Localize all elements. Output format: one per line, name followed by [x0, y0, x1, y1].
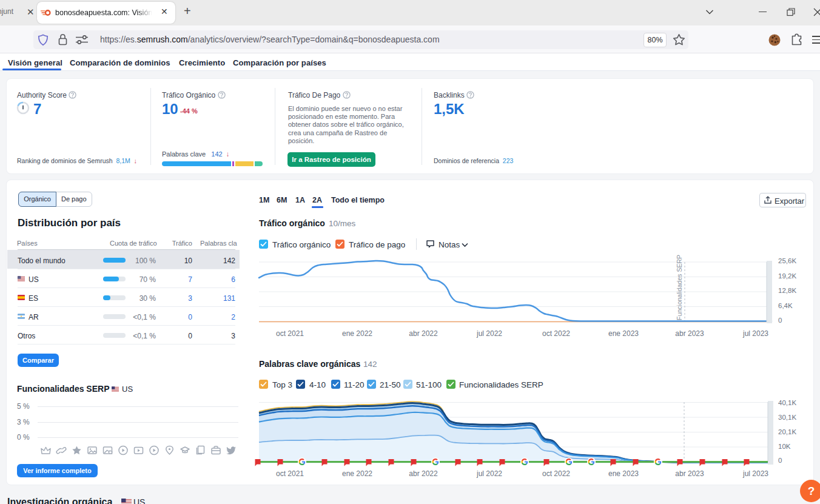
svg-text:jul 2023: jul 2023 — [742, 329, 768, 338]
svg-text:jul 2022: jul 2022 — [476, 469, 502, 478]
svg-text:abr 2023: abr 2023 — [675, 469, 704, 478]
svg-text:10K: 10K — [778, 443, 791, 450]
svg-text:abr 2023: abr 2023 — [675, 329, 704, 338]
svg-text:30,1K: 30,1K — [778, 414, 796, 421]
svg-text:19,2K: 19,2K — [778, 272, 796, 280]
svg-text:oct 2021: oct 2021 — [276, 469, 304, 478]
svg-text:ene 2022: ene 2022 — [342, 469, 372, 478]
svg-text:ene 2023: ene 2023 — [608, 329, 639, 338]
svg-text:Funcionalidades SERP: Funcionalidades SERP — [676, 255, 683, 320]
svg-text:abr 2022: abr 2022 — [409, 469, 438, 478]
svg-text:oct 2021: oct 2021 — [276, 329, 304, 338]
svg-text:25,6K: 25,6K — [778, 257, 796, 264]
svg-text:20,1K: 20,1K — [778, 428, 796, 435]
svg-text:0: 0 — [778, 457, 782, 464]
svg-text:oct 2022: oct 2022 — [542, 329, 570, 338]
svg-text:ene 2022: ene 2022 — [342, 329, 372, 338]
svg-text:0: 0 — [778, 317, 782, 324]
svg-text:12,8K: 12,8K — [778, 287, 796, 294]
svg-text:ene 2023: ene 2023 — [608, 469, 639, 478]
svg-text:jul 2023: jul 2023 — [742, 469, 768, 478]
svg-text:6,4K: 6,4K — [778, 302, 793, 309]
svg-text:40,1K: 40,1K — [778, 399, 796, 406]
svg-text:jul 2022: jul 2022 — [476, 329, 502, 338]
svg-text:abr 2022: abr 2022 — [409, 329, 438, 338]
svg-text:oct 2022: oct 2022 — [542, 469, 570, 478]
